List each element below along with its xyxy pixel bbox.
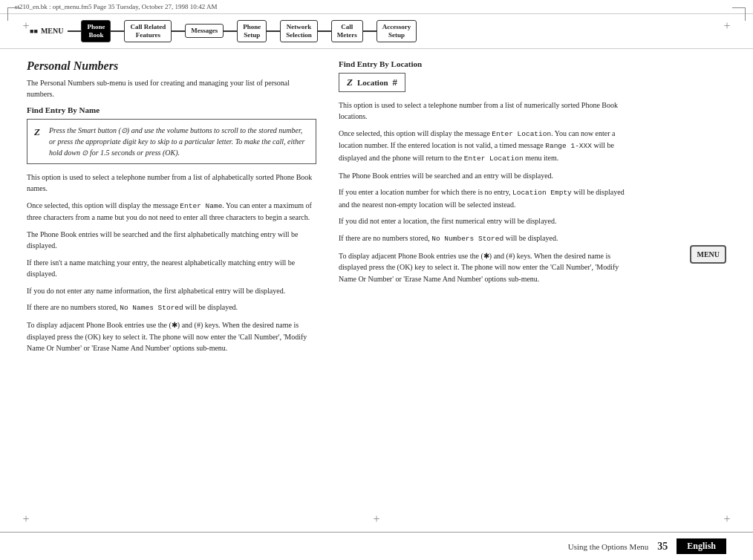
nav-box-call-meters[interactable]: CallMeters [331, 20, 363, 42]
nav-item-call-related[interactable]: Call RelatedFeatures [124, 20, 172, 42]
nav-box-call-related[interactable]: Call RelatedFeatures [124, 20, 172, 42]
right-para2-code3: Enter Location [464, 154, 524, 163]
nav-box-phone-setup[interactable]: PhoneSetup [237, 20, 267, 42]
crossmark-bl [21, 514, 31, 524]
section-title-personal-numbers: Personal Numbers [27, 59, 316, 73]
right-para6-suffix: will be displayed. [503, 234, 558, 242]
nav-item-accessory[interactable]: AccessorySetup [376, 20, 417, 42]
right-column: Find Entry By Location Z Location # This… [339, 59, 628, 514]
nav-line-1 [111, 30, 124, 32]
nav-box-messages[interactable]: Messages [185, 24, 224, 38]
right-para2-code: Enter Location [492, 130, 551, 138]
menu-word: MENU [41, 27, 64, 35]
right-para1: This option is used to select a telephon… [339, 100, 628, 123]
left-para2-prefix: Once selected, this option will display … [27, 201, 180, 209]
location-z-icon: Z [347, 76, 353, 88]
footer: Using the Options Menu 35 English [0, 532, 753, 560]
nav-item-call-meters[interactable]: CallMeters [331, 20, 363, 42]
left-para7: To display adjacent Phone Book entries u… [27, 319, 316, 354]
left-column: Personal Numbers The Personal Numbers su… [27, 59, 316, 514]
nav-item-messages[interactable]: Messages [185, 24, 224, 38]
location-label: Location [357, 78, 388, 87]
nav-box-accessory[interactable]: AccessorySetup [376, 20, 417, 42]
location-bar: Z Location # [339, 73, 405, 92]
crossmark-tl [21, 21, 31, 31]
footer-language: English [677, 538, 726, 554]
crossmark-tr [722, 21, 732, 31]
menu-side-label: MENU [697, 250, 720, 258]
nav-menu: ■■ MENU PhoneBook Call RelatedFeatures M… [0, 14, 753, 49]
right-para2-prefix: Once selected, this option will display … [339, 129, 492, 137]
right-para5: If you did not enter a location, the fir… [339, 215, 628, 227]
find-by-location-title: Find Entry By Location [339, 59, 628, 68]
right-para2-suffix3: menu item. [524, 154, 559, 162]
left-para2: Once selected, this option will display … [27, 200, 316, 224]
left-para6-suffix: will be displayed. [183, 303, 238, 311]
nav-line-0 [68, 30, 81, 32]
crossmark-br [722, 514, 732, 524]
right-para2-code2: Range 1-XXX [545, 142, 592, 150]
nav-line-4 [267, 30, 280, 32]
nav-line-6 [363, 30, 376, 32]
right-para4-code: Location Empty [512, 189, 572, 197]
nav-line-3 [224, 30, 237, 32]
note-text: Press the Smart button (⊙) and use the v… [49, 125, 309, 158]
find-by-name-title: Find Entry By Name [27, 105, 316, 114]
left-para6-code: No Names Stored [120, 304, 183, 312]
right-para6: If there are no numbers stored, No Numbe… [339, 232, 628, 245]
nav-box-phone-book[interactable]: PhoneBook [81, 20, 111, 42]
right-para6-prefix: If there are no numbers stored, [339, 234, 431, 242]
right-para2: Once selected, this option will display … [339, 128, 628, 165]
corner-mark-tr [732, 7, 746, 21]
menu-side-box: MENU [690, 245, 726, 264]
main-content: Personal Numbers The Personal Numbers su… [0, 49, 753, 521]
menu-label: ■■ MENU [30, 27, 63, 35]
intro-text: The Personal Numbers sub-menu is used fo… [27, 77, 316, 100]
right-para7: To display adjacent Phone Book entries u… [339, 250, 628, 285]
nav-item-phone-setup[interactable]: PhoneSetup [237, 20, 267, 42]
crossmark-bm [371, 514, 382, 524]
nav-item-phone-book[interactable]: PhoneBook [81, 20, 111, 42]
left-para5: If you do not enter any name information… [27, 285, 316, 297]
nav-line-2 [172, 30, 185, 32]
left-para3: The Phone Book entries will be searched … [27, 229, 316, 252]
left-para6-prefix: If there are no numbers stored, [27, 303, 120, 311]
right-para4-prefix: If you enter a location number for which… [339, 188, 512, 196]
footer-page-number: 35 [657, 541, 668, 553]
nav-box-network[interactable]: NetworkSelection [280, 20, 318, 42]
nav-line-5 [318, 30, 331, 32]
nav-item-network[interactable]: NetworkSelection [280, 20, 318, 42]
header-text: st210_en.bk : opt_menu.fm5 Page 35 Tuesd… [15, 3, 217, 10]
location-hash: # [393, 76, 398, 88]
note-box-find-name: Z Press the Smart button (⊙) and use the… [27, 119, 316, 164]
right-para6-code: No Numbers Stored [431, 235, 503, 243]
left-para4: If there isn't a name matching your entr… [27, 257, 316, 280]
right-para3: The Phone Book entries will be searched … [339, 170, 628, 182]
left-para6: If there are no numbers stored, No Names… [27, 302, 316, 314]
header-bar: st210_en.bk : opt_menu.fm5 Page 35 Tuesd… [0, 0, 753, 14]
left-para1: This option is used to select a telephon… [27, 172, 316, 195]
left-para2-code: Enter Name [180, 202, 222, 210]
footer-label: Using the Options Menu [568, 542, 648, 551]
right-para4: If you enter a location number for which… [339, 186, 628, 210]
note-icon: Z [34, 125, 45, 140]
corner-mark-tl [7, 7, 21, 21]
